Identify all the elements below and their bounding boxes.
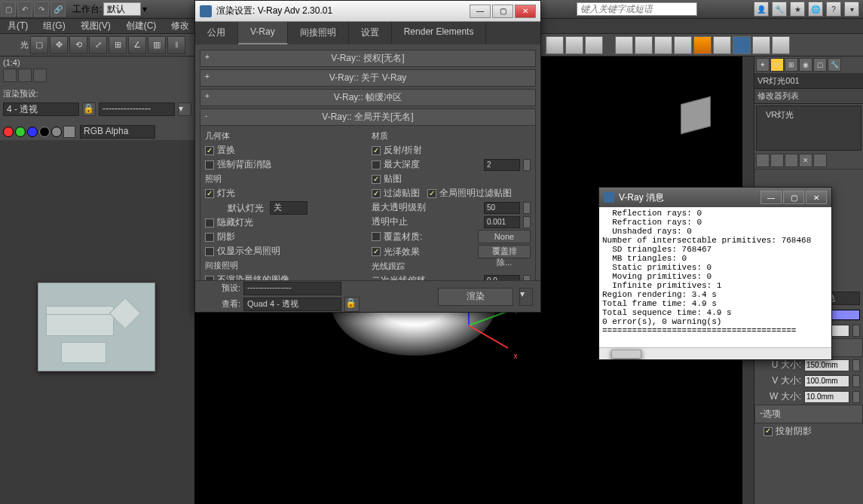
render-thumbnail[interactable] xyxy=(38,283,155,371)
tool-help-icon[interactable]: ? xyxy=(826,2,841,17)
tab-render-elements[interactable]: Render Elements xyxy=(392,22,487,44)
config-icon[interactable] xyxy=(813,154,827,167)
view-lock-icon[interactable]: 🔒 xyxy=(344,297,360,312)
rollout-framebuffer[interactable]: +V-Ray:: 帧缓冲区 xyxy=(200,89,536,106)
w-size-input[interactable] xyxy=(804,391,849,403)
msg-close-button[interactable]: ✕ xyxy=(806,191,827,204)
tab-settings[interactable]: 设置 xyxy=(349,22,392,44)
render-dropdown-icon[interactable]: ▾ xyxy=(519,288,533,306)
transp-cutoff-spinner-icon[interactable] xyxy=(523,216,531,228)
hidden-lights-checkbox[interactable] xyxy=(205,218,214,228)
scrollbar-thumb[interactable] xyxy=(611,350,641,359)
msg-titlebar[interactable]: V-Ray 消息 — ▢ ✕ xyxy=(599,188,831,207)
rf-tool2-icon[interactable] xyxy=(18,69,32,82)
max-depth-input[interactable] xyxy=(484,159,520,171)
max-depth-checkbox[interactable] xyxy=(372,160,381,170)
default-lights-dropdown[interactable]: 关 xyxy=(270,201,308,215)
displacement-checkbox[interactable] xyxy=(205,146,214,155)
glossy-checkbox[interactable] xyxy=(372,247,381,256)
tool-user-icon[interactable]: 👤 xyxy=(754,2,769,17)
preset-dropdown[interactable]: ---------------- xyxy=(99,102,175,116)
vray-teapot-icon[interactable] xyxy=(752,36,770,54)
rgb-alpha-dropdown[interactable]: RGB Alpha xyxy=(80,125,155,139)
lock-view-icon[interactable]: 🔒 xyxy=(82,102,96,116)
mat-editor-icon[interactable] xyxy=(654,36,672,54)
tab-common[interactable]: 公用 xyxy=(195,22,238,44)
select-tool-icon[interactable]: ▢ xyxy=(30,36,48,54)
vray-fb-icon[interactable] xyxy=(733,36,751,54)
v-size-input[interactable] xyxy=(804,375,849,387)
layer-tool-icon[interactable] xyxy=(565,36,583,54)
color-swatch[interactable] xyxy=(830,310,860,320)
modifier-list-dropdown[interactable]: 修改器列表 xyxy=(754,89,863,104)
max-transp-input[interactable] xyxy=(484,202,520,214)
minimize-button[interactable]: — xyxy=(470,5,491,18)
rollout-auth[interactable]: +V-Ray:: 授权[无名] xyxy=(200,50,536,67)
tool-vray-icon[interactable]: ▾ xyxy=(844,2,859,17)
backface-checkbox[interactable] xyxy=(205,160,214,170)
cast-shadow-checkbox[interactable]: ✓ xyxy=(764,427,773,436)
maps-checkbox[interactable] xyxy=(372,175,381,184)
m-tool-icon[interactable] xyxy=(546,36,564,54)
msg-log-content[interactable]: Reflection rays: 0 Refraction rays: 0 Un… xyxy=(599,207,831,347)
show-end-icon[interactable] xyxy=(770,154,784,167)
close-button[interactable]: ✕ xyxy=(515,5,536,18)
menu-view[interactable]: 视图(V) xyxy=(73,20,118,32)
tool-key-icon[interactable]: 🔧 xyxy=(772,2,787,17)
mono-channel-icon[interactable] xyxy=(51,127,62,137)
render-button[interactable]: 渲染 xyxy=(438,288,513,306)
render-scene-icon[interactable] xyxy=(615,36,633,54)
msg-minimize-button[interactable]: — xyxy=(760,191,782,204)
modifier-stack-item[interactable]: VR灯光 xyxy=(757,106,861,124)
vray-teapot2-icon[interactable] xyxy=(772,36,790,54)
file-icon[interactable]: ▢ xyxy=(1,2,16,17)
w-spinner-icon[interactable] xyxy=(852,391,860,403)
modify-tab-icon[interactable]: ⟳ xyxy=(770,58,784,72)
menu-tools[interactable]: 具(T) xyxy=(0,20,35,32)
move-tool-icon[interactable]: ✥ xyxy=(50,36,68,54)
maximize-button[interactable]: ▢ xyxy=(492,5,513,18)
dialog-titlebar[interactable]: 渲染设置: V-Ray Adv 2.30.01 — ▢ ✕ xyxy=(195,1,540,22)
menu-group[interactable]: 组(G) xyxy=(35,20,72,32)
teapot-quick-icon[interactable] xyxy=(713,36,731,54)
search-input[interactable] xyxy=(577,2,697,16)
viewcube[interactable] xyxy=(675,94,720,139)
reflect-refract-checkbox[interactable] xyxy=(372,146,381,155)
msg-maximize-button[interactable]: ▢ xyxy=(783,191,804,204)
transp-cutoff-input[interactable] xyxy=(484,216,520,228)
rf-tool3-icon[interactable] xyxy=(33,69,47,82)
max-transp-spinner-icon[interactable] xyxy=(523,202,531,214)
shadows-checkbox[interactable] xyxy=(205,233,214,242)
viewport-dropdown[interactable]: 4 - 透视 xyxy=(3,102,79,116)
override-exclude-button[interactable]: 覆盖排除... xyxy=(478,245,531,258)
rollout-global-switches[interactable]: -V-Ray:: 全局开关[无名] xyxy=(200,108,536,126)
green-channel-icon[interactable] xyxy=(15,127,26,137)
preset-arrow-icon[interactable]: ▾ xyxy=(178,102,191,116)
override-mtl-button[interactable]: None xyxy=(478,230,531,243)
teapot-render-icon[interactable] xyxy=(693,36,712,54)
display-tab-icon[interactable]: ▢ xyxy=(813,58,827,72)
hierarchy-tab-icon[interactable]: ⊞ xyxy=(785,58,798,72)
footer-view-dropdown[interactable]: Quad 4 - 透视 xyxy=(243,298,341,311)
create-tab-icon[interactable]: ✦ xyxy=(756,58,770,72)
tab-vray[interactable]: V-Ray xyxy=(238,22,288,44)
utilities-tab-icon[interactable]: 🔧 xyxy=(828,58,841,72)
u-size-input[interactable] xyxy=(804,359,849,371)
footer-preset-dropdown[interactable]: ---------------- xyxy=(243,282,341,295)
menu-modify[interactable]: 修改 xyxy=(164,20,197,32)
menu-create[interactable]: 创建(C) xyxy=(118,20,164,32)
gi-filter-maps-checkbox[interactable] xyxy=(427,189,436,198)
swatch-icon[interactable] xyxy=(63,126,75,138)
env-icon[interactable] xyxy=(674,36,692,54)
align-tool-icon[interactable]: ⫴ xyxy=(167,36,185,54)
temp-spinner-icon[interactable] xyxy=(852,325,860,337)
max-depth-spinner-icon[interactable] xyxy=(523,159,531,171)
mirror-tool-icon[interactable]: ▥ xyxy=(148,36,166,54)
v-spinner-icon[interactable] xyxy=(852,375,860,387)
rf-tool1-icon[interactable] xyxy=(3,69,17,82)
object-name-field[interactable]: VR灯光001 xyxy=(754,74,863,89)
pin-stack-icon[interactable] xyxy=(756,154,770,167)
redo-icon[interactable]: ↷ xyxy=(34,2,49,17)
u-spinner-icon[interactable] xyxy=(852,359,860,371)
red-channel-icon[interactable] xyxy=(3,127,14,137)
